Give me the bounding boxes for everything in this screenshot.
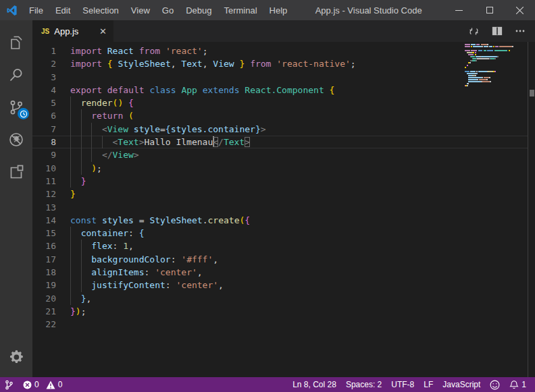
status-item-4[interactable]: JavaScript bbox=[438, 377, 485, 392]
status-item-3[interactable]: LF bbox=[419, 377, 438, 392]
code-line-6[interactable]: 6return ( bbox=[32, 109, 528, 122]
menu-view[interactable]: View bbox=[125, 0, 156, 20]
line-number: 2 bbox=[32, 57, 70, 70]
code-line-20[interactable]: 20}, bbox=[32, 292, 528, 305]
menu-terminal[interactable]: Terminal bbox=[218, 0, 263, 20]
git-branch-item[interactable] bbox=[0, 377, 18, 392]
line-number: 1 bbox=[32, 45, 70, 57]
minimize-button[interactable] bbox=[444, 0, 474, 20]
tab-close-icon[interactable]: ✕ bbox=[99, 27, 107, 36]
code-lines: 1import React from 'react';2import { Sty… bbox=[32, 42, 528, 331]
line-number: 9 bbox=[32, 148, 70, 161]
menu-help[interactable]: Help bbox=[263, 0, 294, 20]
code-line-14[interactable]: 14const styles = StyleSheet.create({ bbox=[32, 214, 528, 227]
line-number: 18 bbox=[32, 266, 70, 279]
indent-guide bbox=[70, 292, 81, 305]
indent-guide bbox=[70, 162, 81, 175]
status-item-2[interactable]: UTF-8 bbox=[386, 377, 419, 392]
line-number: 7 bbox=[32, 123, 70, 136]
line-number: 10 bbox=[32, 162, 70, 175]
indent-guide bbox=[81, 136, 92, 148]
code-line-1[interactable]: 1import React from 'react'; bbox=[32, 45, 528, 57]
status-item-1[interactable]: Spaces: 2 bbox=[341, 377, 386, 392]
explorer-icon[interactable] bbox=[0, 26, 32, 59]
vertical-scrollbar[interactable] bbox=[528, 42, 535, 377]
indent-guide bbox=[81, 240, 92, 252]
indent-guide bbox=[81, 253, 92, 266]
menu-file[interactable]: File bbox=[23, 0, 49, 20]
debug-icon[interactable] bbox=[0, 123, 32, 156]
indent-guide bbox=[91, 123, 102, 136]
warning-count: 0 bbox=[58, 380, 63, 389]
code-line-3[interactable]: 3 bbox=[32, 71, 528, 84]
manage-gear-icon[interactable] bbox=[0, 341, 32, 373]
notifications-item[interactable]: 1 bbox=[505, 377, 531, 392]
problems-item[interactable]: 0 0 bbox=[18, 377, 67, 392]
open-changes-icon[interactable] bbox=[468, 26, 480, 37]
code-line-22[interactable]: 22 bbox=[32, 318, 528, 331]
javascript-file-icon: JS bbox=[41, 28, 49, 35]
source-control-icon[interactable] bbox=[0, 91, 32, 123]
indent-guide bbox=[81, 148, 92, 161]
window-title: App.js - Visual Studio Code bbox=[293, 5, 444, 16]
code-line-8[interactable]: 8<Text>Hallo Ilmenau</Text> bbox=[32, 136, 528, 148]
window-controls bbox=[444, 0, 535, 20]
error-count: 0 bbox=[34, 380, 39, 389]
line-number: 16 bbox=[32, 240, 70, 252]
status-item-0[interactable]: Ln 8, Col 28 bbox=[288, 377, 341, 392]
indent-guide bbox=[91, 148, 102, 161]
status-bar: 0 0 bbox=[0, 377, 535, 392]
indent-guide bbox=[91, 136, 102, 148]
tab-bar: JS App.js ✕ bbox=[32, 20, 535, 42]
extensions-icon[interactable] bbox=[0, 156, 32, 188]
feedback-smiley-icon[interactable] bbox=[485, 377, 505, 392]
menu-edit[interactable]: Edit bbox=[49, 0, 76, 20]
indent-guide bbox=[70, 148, 81, 161]
code-line-4[interactable]: 4export default class App extends React.… bbox=[32, 84, 528, 96]
code-line-19[interactable]: 19justifyContent: 'center', bbox=[32, 279, 528, 291]
indent-guide bbox=[70, 227, 81, 240]
code-line-9[interactable]: 9</View> bbox=[32, 148, 528, 161]
maximize-button[interactable] bbox=[474, 0, 505, 20]
sync-clock-badge bbox=[18, 108, 29, 119]
code-line-16[interactable]: 16flex: 1, bbox=[32, 240, 528, 252]
menu-go[interactable]: Go bbox=[156, 0, 180, 20]
code-editor[interactable]: 1import React from 'react';2import { Sty… bbox=[32, 42, 535, 377]
line-number: 11 bbox=[32, 175, 70, 188]
indent-guide bbox=[70, 175, 81, 188]
code-line-11[interactable]: 11} bbox=[32, 175, 528, 188]
line-number: 5 bbox=[32, 96, 70, 109]
vscode-logo-icon bbox=[0, 5, 23, 16]
code-line-10[interactable]: 10); bbox=[32, 162, 528, 175]
search-icon[interactable] bbox=[0, 59, 32, 91]
indent-guide bbox=[81, 162, 92, 175]
line-number: 6 bbox=[32, 109, 70, 122]
minimap[interactable] bbox=[465, 44, 527, 96]
line-number: 17 bbox=[32, 253, 70, 266]
menu-selection[interactable]: Selection bbox=[76, 0, 124, 20]
indent-guide bbox=[70, 279, 81, 291]
split-editor-icon[interactable] bbox=[492, 26, 503, 36]
line-number: 8 bbox=[32, 136, 70, 148]
tab-appjs[interactable]: JS App.js ✕ bbox=[32, 20, 113, 42]
code-line-18[interactable]: 18alignItems: 'center', bbox=[32, 266, 528, 279]
code-line-5[interactable]: 5render() { bbox=[32, 96, 528, 109]
menu-debug[interactable]: Debug bbox=[180, 0, 218, 20]
more-actions-icon[interactable] bbox=[515, 26, 526, 36]
indent-guide bbox=[81, 279, 92, 291]
code-line-12[interactable]: 12} bbox=[32, 188, 528, 200]
code-line-2[interactable]: 2import { StyleSheet, Text, View } from … bbox=[32, 57, 528, 70]
indent-guide bbox=[81, 109, 92, 122]
indent-guide bbox=[70, 109, 81, 122]
code-line-21[interactable]: 21}); bbox=[32, 305, 528, 318]
code-line-13[interactable]: 13 bbox=[32, 201, 528, 214]
indent-guide bbox=[70, 240, 81, 252]
indent-guide bbox=[70, 96, 81, 109]
line-number: 19 bbox=[32, 279, 70, 291]
code-line-17[interactable]: 17backgroundColor: '#fff', bbox=[32, 253, 528, 266]
code-line-7[interactable]: 7<View style={styles.container}> bbox=[32, 123, 528, 136]
indent-guide bbox=[70, 136, 81, 148]
line-number: 15 bbox=[32, 227, 70, 240]
code-line-15[interactable]: 15container: { bbox=[32, 227, 528, 240]
close-button[interactable] bbox=[505, 0, 535, 20]
